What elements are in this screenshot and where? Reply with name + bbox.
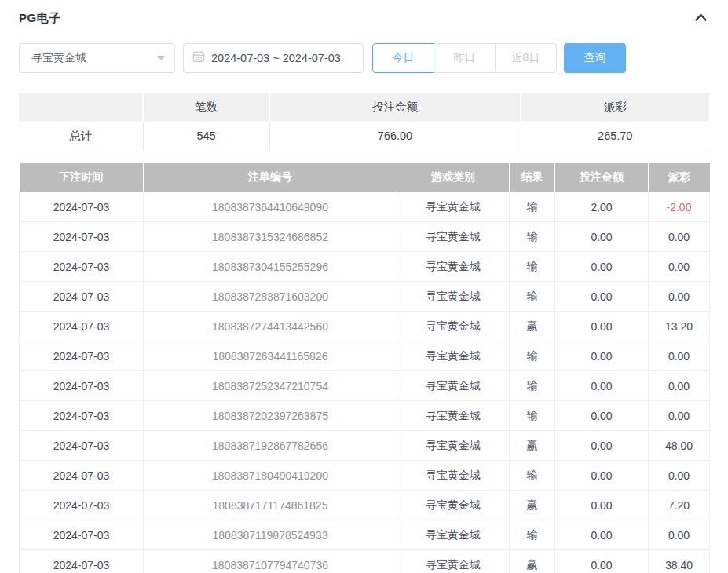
- result: 输: [510, 401, 555, 431]
- quick-date-button-group: 今日 昨日 近8日: [372, 43, 557, 73]
- table-row: 2024-07-031808387263441165826寻宝黄金城输0.000…: [20, 341, 710, 371]
- order-number: 1808387107794740736: [144, 550, 397, 573]
- order-number: 1808387171174861825: [144, 491, 397, 520]
- chevron-down-icon: [157, 56, 165, 60]
- summary-total-row: 总计 545 766.00 265.70: [19, 122, 709, 151]
- game-select[interactable]: 寻宝黄金城: [19, 43, 175, 73]
- col-header-bet-amount: 投注金额: [555, 163, 649, 192]
- payout: 13.20: [649, 312, 710, 341]
- bet-date: 2024-07-03: [20, 431, 144, 461]
- bet-amount: 0.00: [555, 252, 649, 282]
- date-range-value: 2024-07-03 ~ 2024-07-03: [211, 52, 341, 64]
- filter-bar: 寻宝黄金城 2024-07-03 ~ 2024-07-03: [19, 43, 709, 73]
- bet-date: 2024-07-03: [20, 550, 144, 573]
- table-row: 2024-07-031808387202397263875寻宝黄金城输0.000…: [20, 401, 710, 431]
- payout: 0.00: [649, 401, 710, 431]
- order-number: 1808387252347210754: [144, 371, 397, 401]
- col-header-order-number: 注单编号: [144, 163, 397, 192]
- bet-date: 2024-07-03: [20, 192, 144, 222]
- result: 输: [510, 252, 555, 282]
- table-row: 2024-07-031808387364410649090寻宝黄金城输2.00-…: [20, 192, 710, 222]
- page-title: PG电子: [19, 11, 61, 26]
- records-table: 下注时间 注单编号 游戏类别 结果 投注金额 派彩 2024-07-031808…: [19, 163, 710, 573]
- game-name: 寻宝黄金城: [397, 431, 510, 461]
- table-row: 2024-07-031808387107794740736寻宝黄金城赢0.003…: [20, 550, 710, 573]
- bet-amount: 0.00: [555, 312, 649, 341]
- result: 输: [510, 371, 555, 401]
- bet-amount: 0.00: [555, 431, 649, 461]
- payout: 0.00: [649, 341, 710, 371]
- table-row: 2024-07-031808387192867782656寻宝黄金城赢0.004…: [20, 431, 710, 461]
- col-header-result: 结果: [510, 163, 555, 192]
- bet-date: 2024-07-03: [20, 520, 144, 550]
- order-number: 1808387283871603200: [144, 282, 397, 312]
- summary-total-count: 545: [143, 122, 269, 151]
- yesterday-button[interactable]: 昨日: [434, 43, 496, 73]
- result: 赢: [510, 312, 555, 341]
- result: 赢: [510, 491, 555, 520]
- query-button[interactable]: 查询: [564, 43, 626, 73]
- bet-date: 2024-07-03: [20, 252, 144, 282]
- bet-amount: 0.00: [555, 550, 649, 573]
- game-name: 寻宝黄金城: [397, 222, 510, 252]
- table-row: 2024-07-031808387274413442560寻宝黄金城赢0.001…: [20, 312, 710, 341]
- order-number: 1808387263441165826: [144, 341, 397, 371]
- bet-amount: 0.00: [555, 491, 649, 520]
- order-number: 1808387192867782656: [144, 431, 397, 461]
- order-number: 1808387364410649090: [144, 192, 397, 222]
- bet-date: 2024-07-03: [20, 341, 144, 371]
- bet-amount: 0.00: [555, 371, 649, 401]
- bet-date: 2024-07-03: [20, 222, 144, 252]
- payout: 7.20: [649, 491, 710, 520]
- result: 输: [510, 192, 555, 222]
- last-8-days-button[interactable]: 近8日: [495, 43, 557, 73]
- bet-amount: 0.00: [555, 461, 649, 491]
- summary-col-count: 笔数: [143, 93, 269, 122]
- bet-amount: 2.00: [555, 192, 649, 222]
- bet-amount: 0.00: [555, 401, 649, 431]
- collapse-button[interactable]: [692, 9, 709, 27]
- bet-amount: 0.00: [555, 282, 649, 312]
- bet-date: 2024-07-03: [20, 282, 144, 312]
- bet-amount: 0.00: [555, 520, 649, 550]
- calendar-icon: [192, 50, 205, 66]
- order-number: 1808387274413442560: [144, 312, 397, 341]
- game-name: 寻宝黄金城: [397, 461, 510, 491]
- result: 输: [510, 282, 555, 312]
- summary-col-payout: 派彩: [521, 93, 709, 122]
- game-name: 寻宝黄金城: [397, 312, 510, 341]
- payout: 0.00: [649, 461, 710, 491]
- bet-date: 2024-07-03: [20, 461, 144, 491]
- table-row: 2024-07-031808387180490419200寻宝黄金城输0.000…: [20, 461, 710, 491]
- payout: 38.40: [649, 550, 710, 573]
- game-name: 寻宝黄金城: [397, 341, 510, 371]
- bet-date: 2024-07-03: [20, 491, 144, 520]
- result: 输: [510, 341, 555, 371]
- summary-table: 笔数 投注金额 派彩 总计 545 766.00 265.70: [19, 93, 709, 151]
- order-number: 1808387304155255296: [144, 252, 397, 282]
- result: 赢: [510, 431, 555, 461]
- records-tbody: 2024-07-031808387364410649090寻宝黄金城输2.00-…: [20, 192, 710, 573]
- chevron-up-icon: [694, 13, 708, 24]
- order-number: 1808387202397263875: [144, 401, 397, 431]
- bet-date: 2024-07-03: [20, 371, 144, 401]
- col-header-game-category: 游戏类别: [397, 163, 510, 192]
- pg-panel: PG电子 寻宝黄金城: [0, 0, 728, 573]
- table-row: 2024-07-031808387252347210754寻宝黄金城输0.000…: [20, 371, 710, 401]
- table-row: 2024-07-031808387315324686852寻宝黄金城输0.000…: [20, 222, 710, 252]
- today-button[interactable]: 今日: [372, 43, 434, 73]
- payout: 0.00: [649, 371, 710, 401]
- date-range-input[interactable]: 2024-07-03 ~ 2024-07-03: [183, 43, 364, 73]
- bet-amount: 0.00: [555, 222, 649, 252]
- result: 赢: [510, 550, 555, 573]
- summary-total-payout: 265.70: [521, 122, 709, 151]
- payout: 48.00: [649, 431, 710, 461]
- summary-total-label: 总计: [19, 122, 143, 151]
- game-select-value: 寻宝黄金城: [31, 51, 157, 65]
- table-row: 2024-07-031808387119878524933寻宝黄金城输0.000…: [20, 520, 710, 550]
- result: 输: [510, 222, 555, 252]
- game-name: 寻宝黄金城: [397, 520, 510, 550]
- result: 输: [510, 461, 555, 491]
- table-row: 2024-07-031808387283871603200寻宝黄金城输0.000…: [20, 282, 710, 312]
- game-name: 寻宝黄金城: [397, 192, 510, 222]
